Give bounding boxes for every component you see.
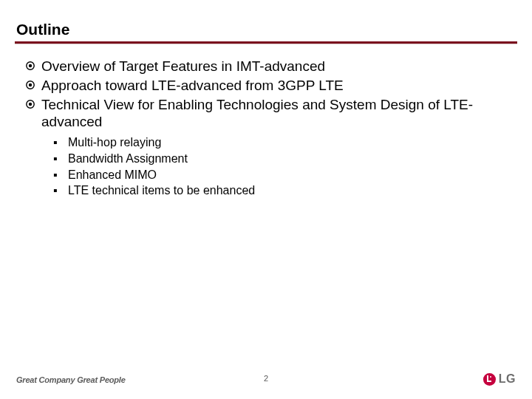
svg-point-5 — [29, 102, 32, 105]
square-bullet-icon: ▪ — [53, 168, 64, 183]
circle-dot-icon — [25, 99, 35, 109]
bullet-item: Approach toward LTE-advanced from 3GPP L… — [25, 77, 510, 95]
svg-point-3 — [29, 83, 32, 86]
sub-bullet-item: ▪ LTE technical items to be enhanced — [53, 183, 510, 199]
bullet-text: Technical View for Enabling Technologies… — [41, 96, 510, 132]
footer: Great Company Great People 2 LG — [0, 368, 532, 384]
sub-bullet-item: ▪ Enhanced MIMO — [53, 168, 510, 183]
slide: Outline Overview of Target Features in I… — [0, 0, 532, 399]
sub-bullet-text: Bandwidth Assignment — [68, 151, 188, 167]
square-bullet-icon: ▪ — [53, 183, 64, 199]
sub-bullet-text: LTE technical items to be enhanced — [68, 183, 255, 199]
brand-logo: LG — [483, 372, 516, 386]
slide-title: Outline — [16, 21, 69, 38]
bullet-item: Technical View for Enabling Technologies… — [25, 96, 510, 132]
content-area: Overview of Target Features in IMT-advan… — [15, 44, 517, 199]
square-bullet-icon: ▪ — [53, 135, 64, 151]
brand-logo-text: LG — [499, 372, 516, 386]
lg-face-icon — [483, 373, 496, 386]
sub-bullet-group: ▪ Multi-hop relaying ▪ Bandwidth Assignm… — [25, 135, 510, 199]
bullet-text: Approach toward LTE-advanced from 3GPP L… — [41, 77, 344, 95]
footer-tagline: Great Company Great People — [16, 375, 126, 384]
bullet-text: Overview of Target Features in IMT-advan… — [41, 58, 325, 75]
svg-point-1 — [29, 64, 32, 67]
bullet-item: Overview of Target Features in IMT-advan… — [25, 58, 510, 75]
sub-bullet-item: ▪ Bandwidth Assignment — [53, 151, 510, 167]
sub-bullet-text: Enhanced MIMO — [68, 168, 157, 183]
sub-bullet-text: Multi-hop relaying — [68, 135, 161, 151]
sub-bullet-item: ▪ Multi-hop relaying — [53, 135, 510, 151]
circle-dot-icon — [25, 80, 35, 90]
page-number: 2 — [264, 374, 268, 383]
circle-dot-icon — [25, 61, 35, 71]
square-bullet-icon: ▪ — [53, 151, 64, 167]
title-row: Outline — [15, 21, 517, 38]
